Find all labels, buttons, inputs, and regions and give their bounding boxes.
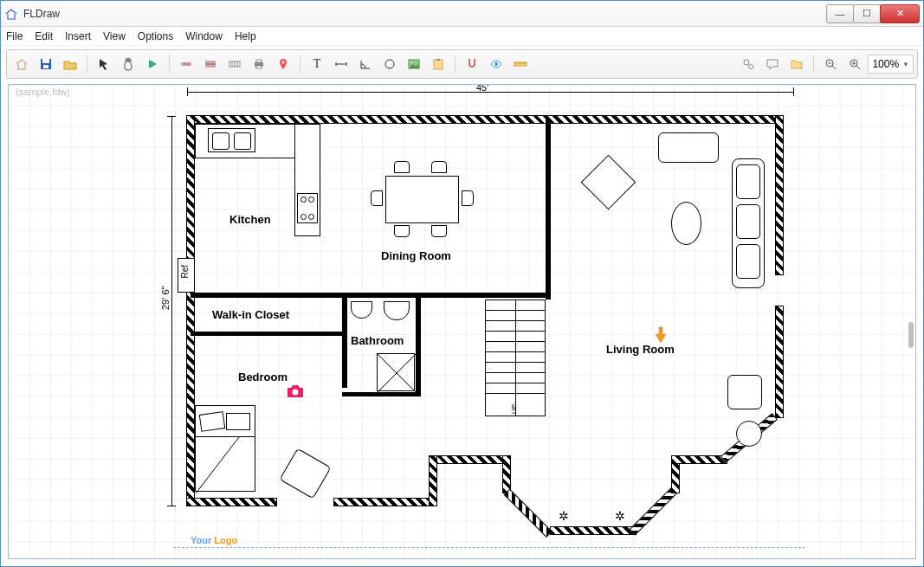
svg-rect-2 bbox=[43, 65, 48, 68]
app-window: FLDraw — ☐ ✕ File Edit Insert View Optio… bbox=[0, 0, 924, 567]
maximize-button[interactable]: ☐ bbox=[853, 4, 881, 23]
save-button[interactable] bbox=[35, 54, 57, 74]
snap-button[interactable] bbox=[461, 54, 483, 74]
wall-east-upper bbox=[775, 115, 784, 275]
menu-view[interactable]: View bbox=[103, 30, 126, 42]
svg-line-31 bbox=[832, 66, 836, 69]
menu-insert[interactable]: Insert bbox=[65, 30, 91, 42]
plant-icon: ✲ bbox=[559, 509, 569, 523]
svg-point-22 bbox=[494, 62, 498, 66]
circle-button[interactable] bbox=[378, 54, 401, 74]
wall-tool-1[interactable] bbox=[175, 54, 197, 74]
wall-bath-right bbox=[416, 293, 421, 396]
wall-mid bbox=[191, 293, 550, 298]
zoom-level[interactable]: 100% ▼ bbox=[868, 55, 914, 74]
zoom-dropdown-icon: ▼ bbox=[902, 61, 909, 68]
print-button[interactable] bbox=[248, 54, 270, 74]
svg-point-19 bbox=[410, 61, 412, 63]
pan-button[interactable] bbox=[117, 54, 139, 74]
wall-closet-bottom bbox=[191, 332, 342, 336]
logo-divider bbox=[173, 547, 805, 548]
wall-bay-1 bbox=[502, 455, 511, 493]
ruler-button[interactable] bbox=[509, 54, 532, 74]
dim-width: 45' bbox=[476, 84, 488, 93]
wall-south-1 bbox=[186, 498, 277, 506]
svg-point-28 bbox=[744, 60, 749, 65]
menu-edit[interactable]: Edit bbox=[35, 30, 53, 42]
menu-help[interactable]: Help bbox=[235, 30, 256, 42]
label-bedroom: Bedroom bbox=[238, 370, 288, 383]
scrollbar-vertical[interactable] bbox=[908, 95, 914, 548]
stove bbox=[297, 193, 318, 223]
image-button[interactable] bbox=[403, 54, 425, 74]
wall-north bbox=[186, 115, 784, 124]
scroll-thumb[interactable] bbox=[908, 322, 914, 348]
visibility-button[interactable] bbox=[485, 54, 507, 74]
plant-icon: ✲ bbox=[615, 509, 625, 523]
minimize-button[interactable]: — bbox=[826, 4, 854, 23]
wall-bath-bottom bbox=[342, 392, 420, 396]
svg-point-17 bbox=[385, 60, 394, 68]
pin-button[interactable] bbox=[272, 54, 294, 74]
menu-options[interactable]: Options bbox=[138, 30, 173, 42]
dim-line-top bbox=[187, 92, 793, 93]
wall-south-corner bbox=[429, 455, 437, 506]
home-button[interactable] bbox=[10, 54, 33, 74]
svg-rect-20 bbox=[434, 60, 443, 69]
svg-rect-3 bbox=[181, 62, 191, 66]
toolbar: T 100% ▼ bbox=[6, 49, 918, 79]
svg-rect-13 bbox=[256, 60, 262, 62]
svg-point-15 bbox=[282, 61, 285, 64]
angle-button[interactable] bbox=[354, 54, 377, 74]
floor-plan[interactable]: Ref bbox=[173, 111, 797, 535]
loveseat bbox=[658, 132, 719, 163]
dimension-button[interactable] bbox=[330, 54, 352, 74]
wall-south-2 bbox=[333, 498, 433, 506]
camera-icon[interactable] bbox=[286, 383, 305, 403]
zoom-out-button[interactable] bbox=[819, 54, 842, 74]
dim-height: 29' 6" bbox=[160, 287, 171, 310]
svg-point-39 bbox=[293, 390, 299, 396]
canvas[interactable]: (sample.fdw) 45' 29' 6" bbox=[8, 84, 916, 559]
wall-tool-3[interactable] bbox=[223, 54, 246, 74]
pointer-button[interactable] bbox=[93, 54, 115, 74]
label-dining: Dining Room bbox=[381, 249, 451, 262]
label-walkin: Walk-in Closet bbox=[212, 308, 289, 321]
wall-south-3 bbox=[433, 455, 511, 464]
close-button[interactable]: ✕ bbox=[880, 4, 920, 23]
ref-label: Ref bbox=[180, 265, 190, 279]
stairs bbox=[485, 300, 546, 416]
menubar: File Edit Insert View Options Window Hel… bbox=[1, 27, 923, 46]
separator bbox=[300, 55, 300, 74]
text-button[interactable]: T bbox=[306, 54, 328, 74]
play-button[interactable] bbox=[141, 54, 164, 74]
comment-button[interactable] bbox=[761, 54, 784, 74]
menu-file[interactable]: File bbox=[6, 30, 23, 42]
svg-rect-1 bbox=[42, 59, 49, 63]
svg-rect-14 bbox=[256, 66, 262, 68]
svg-point-29 bbox=[749, 65, 753, 69]
armchair-2 bbox=[727, 375, 762, 409]
wall-east-lower bbox=[775, 306, 784, 418]
folder-button[interactable] bbox=[785, 54, 808, 74]
app-icon bbox=[4, 7, 18, 21]
separator bbox=[87, 55, 87, 74]
wall-kitchen-living bbox=[546, 119, 551, 300]
clipboard-button[interactable] bbox=[427, 54, 449, 74]
stairs-up-label: UP bbox=[510, 404, 518, 414]
settings-button[interactable] bbox=[737, 54, 759, 74]
document-tab[interactable]: (sample.fdw) bbox=[10, 85, 75, 99]
sofa bbox=[732, 158, 765, 288]
open-button[interactable] bbox=[59, 54, 81, 74]
menu-window[interactable]: Window bbox=[185, 30, 223, 42]
armchair-1 bbox=[581, 155, 636, 210]
window-controls: — ☐ ✕ bbox=[827, 4, 920, 23]
wall-closet-bath bbox=[342, 293, 347, 388]
bed bbox=[195, 405, 255, 492]
wall-tool-2[interactable] bbox=[199, 54, 222, 74]
label-kitchen: Kitchen bbox=[229, 213, 271, 226]
dining-table bbox=[385, 176, 459, 223]
coffee-table bbox=[671, 202, 701, 245]
separator bbox=[455, 55, 456, 74]
zoom-in-button[interactable] bbox=[843, 54, 866, 74]
